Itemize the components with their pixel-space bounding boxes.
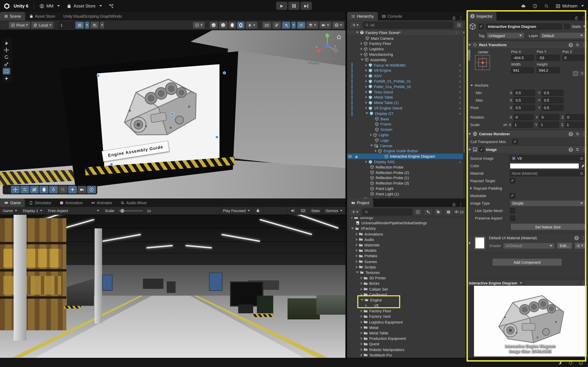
blueprint-mode-button[interactable] [572,71,579,76]
image-type-dropdown[interactable]: Simple [510,200,585,206]
material-list-button[interactable] [574,242,585,249]
shader-dropdown[interactable]: UI/Default [503,242,555,249]
pivot-x-field[interactable]: 0.5 [514,105,535,111]
kebab-menu-icon[interactable]: ⋮ [459,16,463,20]
camera-dropdown[interactable] [320,22,331,28]
selection-handle[interactable] [215,136,218,139]
tab-hierarchy[interactable]: Hierarchy [347,12,378,20]
anchors-foldout[interactable]: Anchors [466,82,588,89]
scale-x-field[interactable]: 1 [513,122,533,128]
rotation-z-field[interactable]: 0 [565,114,585,120]
prefab-open-chevron[interactable]: › [459,95,461,100]
set-native-size-button[interactable]: Set Native Size [510,223,585,230]
tree-row[interactable]: Reflection Probe (1) [347,175,466,181]
scene-viewport[interactable]: Engine Assembly Guide y x z <Persp [0,30,345,199]
object-picker-icon[interactable]: ⊙ [580,156,583,161]
pivot-dropdown[interactable]: Pivot [9,22,30,28]
add-component-button[interactable]: Add Component [492,258,562,266]
kebab-menu-icon[interactable]: ⋮ [582,132,586,136]
prefab-open-chevron[interactable]: › [459,68,461,73]
kebab-menu-icon[interactable]: ⋮ [459,202,463,207]
pos-x-field[interactable]: -404.5 [511,55,534,61]
static-dropdown[interactable] [583,26,585,27]
rotation-y-field[interactable]: 0 [539,114,559,120]
effects-dropdown[interactable] [292,22,296,28]
width-field[interactable]: 941 [511,67,534,73]
lighting-toggle[interactable] [273,22,281,28]
tree-row[interactable]: V8 [347,303,466,308]
tree-row[interactable]: Lights [347,132,466,138]
perspective-label[interactable]: <Persp [308,60,319,64]
snap-button[interactable] [91,22,99,28]
tree-row[interactable]: Logo [347,138,466,143]
tab-console[interactable]: Console [378,12,406,20]
image-enabled-checkbox[interactable]: ✓ [479,147,484,152]
tree-row[interactable]: Factory Floor [347,41,466,46]
tree-row[interactable]: Engine Guide Button [347,148,466,154]
tab-scene[interactable]: Scene [0,12,25,20]
height-field[interactable]: 594.2 [537,67,560,73]
tree-row[interactable]: Prefabs [347,253,466,259]
tree-row[interactable]: Animations [347,231,466,237]
preview-header[interactable]: Interactive Engine Diagram ⋮ [466,279,588,286]
refresh-icon[interactable] [568,360,573,365]
material-thumbnail[interactable] [473,235,486,250]
play-button[interactable]: ▶ [276,2,287,10]
hidden-count-badge[interactable]: 22 [454,210,464,214]
help-icon[interactable]: ? [569,147,573,152]
tree-row[interactable]: Tires Stand› [347,89,466,95]
tree-row[interactable]: Reflection Probe (2) [347,170,466,175]
presets-icon[interactable] [575,148,579,151]
tree-row[interactable]: Logistics Equipment [347,319,466,325]
tab-graph-window[interactable]: Unity.VisualScripting.GraphWindo [59,12,126,20]
grid-axis-dropdown[interactable] [85,22,89,28]
project-search-input[interactable] [362,209,412,215]
raycast-target-checkbox[interactable]: ✓ [510,178,515,184]
anchor-max-x-field[interactable]: 0.5 [514,97,535,103]
tree-row[interactable]: Display GT› [347,111,466,116]
tree-row[interactable]: UniversalRenderPipelineGlobalSettings [347,220,466,226]
anchor-min-y-field[interactable]: 0.5 [542,90,563,96]
help-icon[interactable]: ? [574,236,579,240]
tree-row[interactable]: Audio [347,237,466,242]
row-visibility-toggles[interactable] [348,154,360,158]
move-tool-button[interactable] [3,47,10,53]
rotate-tool-button[interactable] [3,54,10,60]
tree-row[interactable]: Point Light (1) [347,191,466,197]
lock-icon[interactable] [574,16,579,20]
vsync-button[interactable] [298,207,309,215]
tree-row[interactable]: Metal Table [347,330,466,336]
overlay-move-button[interactable] [11,186,20,193]
tree-row[interactable]: Reflection Probe [347,165,466,170]
debugger-disabled-icon[interactable] [558,360,563,365]
gizmos-dropdown[interactable]: Gizmos [323,207,345,215]
tree-row[interactable]: Production Equipment [347,336,466,341]
tree-row[interactable]: Manufacturing [347,52,466,57]
debug-dropdown[interactable] [246,22,257,28]
tab-asset-store[interactable]: Asset Store [25,12,59,20]
tab-animator[interactable]: Animator [87,199,116,207]
tag-dropdown[interactable]: Untagged [486,32,524,39]
search-icon[interactable] [544,4,549,8]
prefab-open-chevron[interactable]: › [459,159,461,164]
lock-icon[interactable] [452,16,456,20]
pause-button[interactable] [288,2,300,10]
help-icon[interactable]: ? [569,43,573,47]
shading-shaded-button[interactable] [219,22,227,28]
history-icon[interactable] [532,4,537,8]
tree-row[interactable]: Metal Table› [347,95,466,100]
tree-row[interactable]: Welding [347,197,466,199]
tree-row[interactable]: Screen [347,127,466,132]
play-focused-dropdown[interactable]: Play Focused [220,207,253,215]
frame-debugger-button[interactable] [253,207,263,215]
edit-shader-button[interactable]: Edit... [557,242,572,249]
lock-icon[interactable] [452,202,456,207]
object-picker-icon[interactable]: ⊙ [580,171,583,176]
tree-row[interactable]: Fanuc M-900iB360› [347,63,466,68]
tree-row[interactable]: AGV› [347,73,466,79]
tree-row[interactable]: Metal [347,325,466,330]
game-viewport[interactable] [0,215,345,358]
prefab-open-chevron[interactable]: › [459,84,461,89]
help-icon[interactable]: ? [569,132,573,136]
shading-wire-button[interactable] [210,22,218,28]
